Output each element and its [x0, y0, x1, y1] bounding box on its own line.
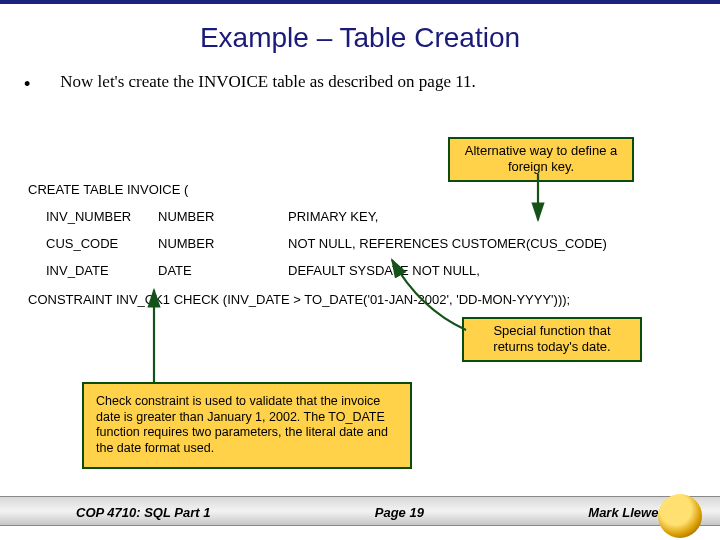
ucf-logo: [658, 494, 702, 538]
sql-col-name: CUS_CODE: [28, 236, 158, 251]
sql-col-type: NUMBER: [158, 236, 288, 251]
callout-check-constraint: Check constraint is used to validate tha…: [82, 382, 412, 469]
sql-row-2: INV_DATE DATE DEFAULT SYSDATE NOT NULL,: [28, 263, 698, 278]
slide-title: Example – Table Creation: [0, 22, 720, 54]
footer-bar: COP 4710: SQL Part 1 Page 19 Mark Llewel…: [0, 496, 720, 540]
sql-col-name: INV_NUMBER: [28, 209, 158, 224]
sql-row-0: INV_NUMBER NUMBER PRIMARY KEY,: [28, 209, 698, 224]
sql-col-name: INV_DATE: [28, 263, 158, 278]
footer-center: Page 19: [375, 505, 424, 520]
sql-col-rest: NOT NULL, REFERENCES CUSTOMER(CUS_CODE): [288, 236, 698, 251]
footer-left: COP 4710: SQL Part 1: [76, 505, 210, 520]
bullet-dot: •: [24, 74, 30, 95]
sql-col-rest: DEFAULT SYSDATE NOT NULL,: [288, 263, 698, 278]
sql-col-type: NUMBER: [158, 209, 288, 224]
sql-constraint: CONSTRAINT INV_CK1 CHECK (INV_DATE > TO_…: [28, 292, 698, 307]
sql-row-1: CUS_CODE NUMBER NOT NULL, REFERENCES CUS…: [28, 236, 698, 251]
callout-foreign-key: Alternative way to define a foreign key.: [448, 137, 634, 182]
sql-col-type: DATE: [158, 263, 288, 278]
bullet-text: Now let's create the INVOICE table as de…: [60, 72, 475, 92]
sql-col-rest: PRIMARY KEY,: [288, 209, 698, 224]
callout-sysdate: Special function that returns today's da…: [462, 317, 642, 362]
sql-create: CREATE TABLE INVOICE (: [28, 182, 698, 197]
sql-block: CREATE TABLE INVOICE ( INV_NUMBER NUMBER…: [28, 182, 698, 307]
bullet-row: • Now let's create the INVOICE table as …: [18, 72, 702, 95]
